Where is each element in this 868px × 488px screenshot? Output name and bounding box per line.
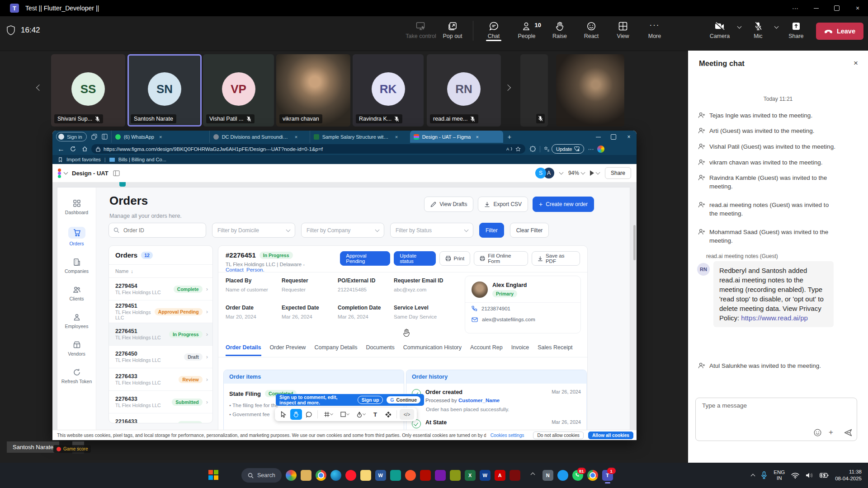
participant-tile[interactable]: vikram chavan xyxy=(276,54,350,127)
copilot-icon[interactable] xyxy=(597,145,604,153)
figma-menu-chevron[interactable] xyxy=(64,170,68,175)
tab-dc-divisions[interactable]: DC Divisions and Surroundings × xyxy=(209,131,310,143)
read-aloud-icon[interactable]: A xyxy=(506,146,512,151)
create-new-order-button[interactable]: + Create new order xyxy=(533,197,594,212)
tab-communication-history[interactable]: Communication History xyxy=(403,344,462,356)
refresh-icon[interactable] xyxy=(68,146,78,152)
taskbar-search[interactable]: Search xyxy=(241,468,282,483)
acrobat-icon[interactable] xyxy=(509,470,520,481)
canvas-scrollbar[interactable] xyxy=(633,225,636,260)
sidebar-item-vendors[interactable]: Vendors xyxy=(57,341,96,357)
tab-close-icon[interactable]: × xyxy=(395,134,398,140)
contact-phone[interactable]: 2123874901 xyxy=(481,306,510,311)
sidebar-item-employees[interactable]: Employees xyxy=(57,313,96,329)
order-row[interactable]: 2279451TL Flex Holdings LLC Approval Pen… xyxy=(109,300,212,323)
photos-app-icon[interactable] xyxy=(286,470,297,481)
filmstrip-previous-icon[interactable] xyxy=(37,84,42,92)
emoji-icon[interactable] xyxy=(814,429,821,436)
battery-icon[interactable] xyxy=(820,473,829,478)
sort-icon[interactable]: ↓ xyxy=(131,268,133,274)
tab-close-icon[interactable]: × xyxy=(159,134,162,140)
customer-name-link[interactable]: Customer_Name xyxy=(458,398,500,403)
more-button[interactable]: ··· More xyxy=(639,18,670,39)
react-button[interactable]: React xyxy=(576,18,607,39)
speaker-icon[interactable] xyxy=(806,472,813,479)
tab-actions-icon[interactable] xyxy=(102,134,108,140)
message-input[interactable] xyxy=(701,402,848,409)
chat-button[interactable]: Chat xyxy=(478,18,509,39)
save-as-pdf-button[interactable]: Save as PDF xyxy=(532,251,580,266)
wifi-icon[interactable] xyxy=(791,473,799,479)
sidebar-item-refresh-token[interactable]: Refresh Token xyxy=(57,368,96,384)
order-id-input[interactable] xyxy=(123,227,183,234)
order-row-selected[interactable]: 2276451TL Flex Holdings LLC In Progress … xyxy=(109,323,212,346)
sidebar-item-orders[interactable]: Orders xyxy=(57,227,96,246)
browser-signin-button[interactable]: Sign in xyxy=(56,132,87,141)
address-bar[interactable]: https://www.figma.com/design/9BKQ0FOHRWa… xyxy=(91,144,525,154)
app-icon[interactable] xyxy=(450,470,461,481)
x-app-icon[interactable] xyxy=(557,470,568,481)
participant-tile[interactable]: VP Vishal Patil ... xyxy=(203,54,274,127)
filter-domicile-select[interactable]: Filter by Domicile xyxy=(212,223,295,238)
home-icon[interactable] xyxy=(80,146,90,152)
bookmark-bills[interactable]: Bills | Billing and Co... xyxy=(118,157,166,162)
whatsapp-icon[interactable]: 81 xyxy=(572,470,583,481)
attach-plus-icon[interactable]: + xyxy=(829,428,833,437)
tab-order-details[interactable]: Order Details xyxy=(226,344,261,356)
move-tool-icon[interactable] xyxy=(278,409,289,420)
maximize-icon[interactable] xyxy=(826,0,847,16)
file-explorer-icon[interactable] xyxy=(301,470,311,481)
taskbar-clock[interactable]: 11:3808-04-2025 xyxy=(835,469,862,482)
privacy-policy-link[interactable]: https://www.read.ai/pp xyxy=(741,314,808,322)
teams-icon[interactable]: T 1 xyxy=(602,470,613,481)
mic-button[interactable]: Mic xyxy=(746,18,770,39)
google-continue-button[interactable]: G Continue xyxy=(387,396,420,404)
order-row[interactable]: 2279454TL Flex Holdings LLC Complete › xyxy=(109,278,212,300)
cookie-settings-link[interactable]: Cookies settings xyxy=(491,433,524,438)
deny-cookies-button[interactable]: Do not allow cookies xyxy=(533,432,583,439)
comment-tool-icon[interactable] xyxy=(303,409,315,420)
close-icon[interactable]: × xyxy=(847,0,868,16)
share-button[interactable]: Share xyxy=(783,18,809,39)
teal-app-icon[interactable] xyxy=(390,470,401,481)
notepad-icon[interactable]: N xyxy=(542,470,553,481)
tab-salary-sheet[interactable]: Sample Salary Structure with calc × xyxy=(310,131,410,143)
chrome-alt-icon[interactable] xyxy=(587,470,598,481)
raise-hand-button[interactable]: Raise xyxy=(544,18,576,39)
browser-restore-icon[interactable] xyxy=(606,131,621,143)
filter-status-select[interactable]: Filter by Status xyxy=(390,223,473,238)
extension-icon[interactable] xyxy=(530,146,536,152)
favorite-star-icon[interactable] xyxy=(515,146,521,152)
participant-tile[interactable]: SN Santosh Narate xyxy=(127,54,202,127)
collaborators-chevron[interactable] xyxy=(559,170,563,175)
print-button[interactable]: Print xyxy=(439,251,471,266)
tab-company-details[interactable]: Company Details xyxy=(314,344,357,356)
pen-tool-icon[interactable] xyxy=(353,409,368,420)
figma-canvas[interactable]: Dashboard Orders Companies Clients xyxy=(52,182,637,430)
sidebar-item-dashboard[interactable]: Dashboard xyxy=(57,199,96,215)
tray-overflow-chevron[interactable] xyxy=(528,470,538,481)
chat-close-icon[interactable]: × xyxy=(854,59,858,68)
tab-account-rep[interactable]: Account Rep xyxy=(470,344,503,356)
excel-icon[interactable]: X xyxy=(465,470,476,481)
browser-settings-icon[interactable]: ··· xyxy=(588,145,594,152)
filter-button[interactable]: Filter xyxy=(479,223,504,238)
language-indicator[interactable]: ENGIN xyxy=(774,469,785,481)
tray-chevron-icon[interactable] xyxy=(751,471,755,479)
order-row[interactable]: 2276433TL Flex Holdings LLC Review › xyxy=(109,368,212,391)
tab-documents[interactable]: Documents xyxy=(366,344,395,356)
new-tab-button[interactable]: + xyxy=(508,133,511,141)
tab-close-icon[interactable]: × xyxy=(476,134,478,140)
word-alt-icon[interactable]: W xyxy=(480,470,491,481)
tab-close-icon[interactable]: × xyxy=(295,134,297,140)
participant-tile[interactable]: RK Ravindra K... xyxy=(353,54,424,127)
tab-order-preview[interactable]: Order Preview xyxy=(270,344,306,356)
camera-options-chevron[interactable] xyxy=(734,18,745,28)
view-button[interactable]: View xyxy=(607,18,639,39)
figma-file-name[interactable]: Design - UAT xyxy=(72,170,108,177)
brave-icon[interactable] xyxy=(405,470,416,481)
chrome-icon[interactable] xyxy=(316,470,326,481)
tab-sales-receipt[interactable]: Sales Receipt xyxy=(538,344,572,356)
order-id-search[interactable] xyxy=(108,223,206,238)
update-status-button[interactable]: Update status xyxy=(394,251,435,266)
